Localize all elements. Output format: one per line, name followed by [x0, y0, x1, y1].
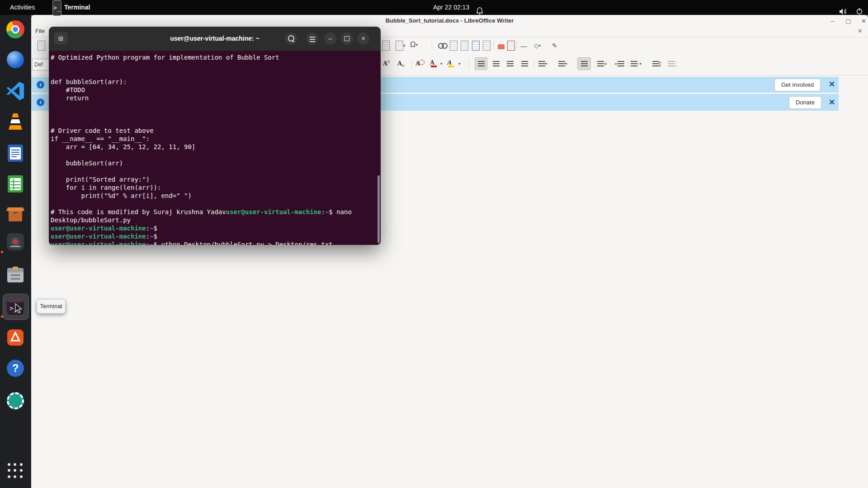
help-app-icon[interactable]: ?: [5, 357, 26, 379]
terminal-title-bar[interactable]: ⊞ user@user-virtual-machine: ~ – ×: [49, 27, 381, 51]
terminal-line: # Driver code to test above: [51, 127, 352, 135]
donate-button[interactable]: Donate: [789, 96, 821, 109]
terminal-line: arr = [64, 34, 25, 12, 22, 11, 90]: [51, 143, 352, 151]
terminal-line: [51, 102, 352, 110]
no-formatting-icon[interactable]: A: [415, 59, 420, 69]
activities-button[interactable]: Activities: [10, 0, 35, 15]
search-button[interactable]: [285, 33, 297, 45]
terminal-line: #TODO: [51, 86, 352, 94]
terminal-close-button[interactable]: ×: [357, 33, 369, 45]
new-document-icon[interactable]: [38, 41, 45, 51]
font-color-dropdown-icon[interactable]: ▾: [440, 59, 443, 69]
desktop: Bubble_Sort_tutorial.docx - LibreOffice …: [0, 0, 868, 488]
terminal-line: [51, 167, 352, 175]
terminal-line: return: [51, 94, 352, 102]
terminal-line: [51, 61, 352, 70]
close-document-icon[interactable]: ✕: [858, 28, 863, 34]
terminal-output[interactable]: # Optimized Python program for implement…: [51, 53, 352, 245]
recycle-app-icon[interactable]: [5, 390, 26, 412]
align-right-icon[interactable]: [507, 59, 514, 69]
terminal-line: bubbleSort(arr): [51, 159, 352, 167]
insert-bookmark-icon[interactable]: [472, 41, 480, 51]
libreoffice-calc-icon[interactable]: [5, 173, 26, 195]
terminal-line: def bubbleSort(arr):: [51, 78, 352, 86]
subscript-icon[interactable]: AB: [397, 59, 404, 69]
highlight-dropdown-icon[interactable]: ▾: [458, 59, 461, 69]
running-indicator: [1, 315, 3, 318]
terminal-line: user@user-virtual-machine:~$: [51, 232, 352, 240]
terminal-line: [51, 70, 352, 78]
insert-line-icon[interactable]: —: [520, 41, 527, 51]
terminal-line: [51, 200, 352, 208]
terminal-maximize-button[interactable]: [341, 33, 353, 45]
track-changes-icon[interactable]: [507, 41, 515, 51]
terminal-window[interactable]: ⊞ user@user-virtual-machine: ~ – × # Opt…: [49, 27, 381, 245]
insert-endnote-icon[interactable]: [461, 41, 468, 51]
increase-indent-icon[interactable]: ►: [597, 59, 608, 69]
terminal-line: user@user-virtual-machine:~$: [51, 224, 352, 232]
get-involved-button[interactable]: Get involved: [774, 79, 821, 91]
running-indicator: [1, 251, 3, 253]
power-icon[interactable]: [856, 4, 863, 19]
cross-reference-icon[interactable]: [483, 41, 491, 51]
terminal-line: # Optimized Python program for implement…: [51, 53, 352, 61]
highlight-color-icon[interactable]: A: [447, 58, 452, 68]
terminal-line: # This code is modified by Suraj krushna…: [51, 208, 352, 216]
hyperlink-icon[interactable]: [438, 41, 448, 51]
terminal-scrollbar-thumb[interactable]: [377, 175, 380, 243]
window-title: Bubble_Sort_tutorial.docx - LibreOffice …: [31, 15, 868, 26]
page-break-icon[interactable]: [382, 41, 390, 51]
focused-app-icon: >_: [52, 0, 61, 16]
clock[interactable]: Apr 22 02:13: [433, 0, 469, 15]
boxes-app-icon[interactable]: [5, 203, 26, 225]
line-spacing-icon[interactable]: ↕▾: [631, 59, 642, 69]
terminal-minimize-button[interactable]: –: [324, 33, 336, 45]
chrome-icon[interactable]: [5, 19, 26, 40]
app-grid-icon[interactable]: [5, 460, 26, 482]
terminal-line: [51, 110, 352, 118]
text-box-icon[interactable]: ▾: [396, 41, 406, 51]
mouse-cursor: [14, 303, 24, 314]
infobar-close-icon[interactable]: ✕: [829, 80, 835, 89]
terminal-line: [51, 151, 352, 159]
libreoffice-writer-icon[interactable]: [5, 142, 26, 164]
info-icon: i: [37, 99, 44, 106]
numbered-list-icon[interactable]: ▾: [558, 59, 567, 69]
focused-app-name[interactable]: Terminal: [64, 0, 90, 15]
special-character-icon[interactable]: Ω▾: [410, 40, 418, 50]
bullet-list-icon[interactable]: ▾: [538, 59, 547, 69]
minimize-button[interactable]: –: [829, 17, 836, 25]
paragraph-space-increase-icon[interactable]: ▴▾: [652, 59, 661, 69]
menu-button[interactable]: [306, 33, 318, 45]
outline-list-icon[interactable]: [577, 57, 591, 70]
terminal-line: Desktop/bubbleSort.py: [51, 216, 352, 224]
justify-icon[interactable]: [521, 59, 528, 69]
app-center-icon[interactable]: [5, 327, 26, 348]
insert-comment-icon[interactable]: [498, 42, 505, 52]
align-center-icon[interactable]: [493, 59, 500, 69]
decrease-indent-icon[interactable]: ◄: [613, 59, 624, 69]
terminal-line: print("%d" % arr[i], end=" "): [51, 192, 352, 200]
volume-icon[interactable]: [839, 4, 847, 19]
freeform-line-icon[interactable]: ✎: [552, 41, 557, 51]
new-tab-button[interactable]: ⊞: [54, 32, 68, 45]
align-left-icon[interactable]: [475, 57, 487, 70]
files-app-icon[interactable]: [5, 264, 26, 286]
menu-file[interactable]: File: [35, 28, 45, 34]
terminal-line: for i in range(len(arr)):: [51, 183, 352, 192]
paragraph-space-decrease-icon[interactable]: ▾▴: [668, 59, 677, 69]
vscode-icon[interactable]: [5, 80, 26, 101]
basic-shapes-icon[interactable]: ◇▾: [534, 41, 541, 51]
media-app-icon[interactable]: [5, 231, 26, 253]
terminal-line: user@user-virtual-machine:~$ ython Deskt…: [51, 240, 352, 245]
superscript-icon[interactable]: AB: [383, 59, 390, 69]
font-color-icon[interactable]: A: [430, 58, 434, 68]
insert-footnote-icon[interactable]: [450, 41, 458, 51]
blue-sphere-app-icon[interactable]: [5, 49, 26, 70]
terminal-line: if __name__ == "__main__":: [51, 135, 352, 143]
infobar-close-icon[interactable]: ✕: [829, 98, 835, 107]
dock-tooltip: Terminal: [37, 299, 66, 314]
paragraph-style-box[interactable]: Def: [32, 59, 51, 70]
terminal-line: [51, 118, 352, 127]
vlc-icon[interactable]: [5, 111, 26, 132]
